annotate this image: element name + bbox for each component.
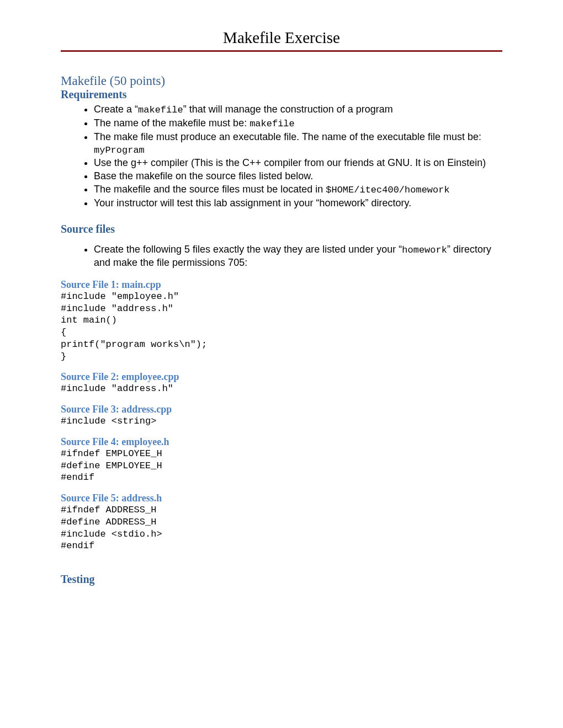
source-file-5-heading: Source File 5: address.h xyxy=(61,493,502,504)
code-text: $HOME/itec400/homework xyxy=(326,185,449,195)
list-item: The name of the makefile must be: makefi… xyxy=(94,117,502,130)
source-file-1-heading: Source File 1: main.cpp xyxy=(61,279,502,291)
list-item: Base the makefile on the source files li… xyxy=(94,170,502,183)
source-file-2-code: #include "address.h" xyxy=(61,383,502,395)
text: Create a “ xyxy=(94,104,138,115)
code-text: makefile xyxy=(249,119,295,129)
source-files-heading: Source files xyxy=(61,223,502,235)
source-file-4-code: #ifndef EMPLOYEE_H #define EMPLOYEE_H #e… xyxy=(61,448,502,484)
text: Create the following 5 files exactly the… xyxy=(94,244,402,255)
code-text: myProgram xyxy=(94,145,145,156)
source-files-intro-list: Create the following 5 files exactly the… xyxy=(61,243,502,269)
list-item: The makefile and the source files must b… xyxy=(94,183,502,196)
text: Your instructor will test this lab assig… xyxy=(94,197,411,208)
source-file-3-heading: Source File 3: address.cpp xyxy=(61,404,502,415)
source-file-5-code: #ifndef ADDRESS_H #define ADDRESS_H #inc… xyxy=(61,504,502,552)
source-file-2-heading: Source File 2: employee.cpp xyxy=(61,371,502,383)
requirements-list: Create a “makefile” that will manage the… xyxy=(61,103,502,210)
text: The makefile and the source files must b… xyxy=(94,184,326,195)
main-heading: Makefile (50 points) xyxy=(61,74,502,88)
text: Base the makefile on the source files li… xyxy=(94,170,313,181)
source-file-1-code: #include "employee.h" #include "address.… xyxy=(61,291,502,363)
text: Use the g++ compiler (This is the C++ co… xyxy=(94,157,486,168)
requirements-heading: Requirements xyxy=(61,88,502,101)
text: The name of the makefile must be: xyxy=(94,117,249,129)
page-content: Makefile Exercise Makefile (50 points) R… xyxy=(0,0,563,621)
text: The make file must produce an executable… xyxy=(94,131,481,142)
text: ” that will manage the construction of a… xyxy=(183,104,393,115)
source-file-3-code: #include <string> xyxy=(61,415,502,427)
spacer xyxy=(61,559,502,573)
title-underline xyxy=(61,50,502,52)
list-item: Use the g++ compiler (This is the C++ co… xyxy=(94,157,502,169)
list-item: The make file must produce an executable… xyxy=(94,131,502,157)
document-title: Makefile Exercise xyxy=(61,29,502,47)
list-item: Your instructor will test this lab assig… xyxy=(94,197,502,210)
code-text: homework xyxy=(402,245,447,255)
list-item: Create a “makefile” that will manage the… xyxy=(94,103,502,116)
testing-heading: Testing xyxy=(61,573,502,586)
code-text: makefile xyxy=(138,105,183,115)
list-item: Create the following 5 files exactly the… xyxy=(94,243,502,269)
source-file-4-heading: Source File 4: employee.h xyxy=(61,436,502,448)
